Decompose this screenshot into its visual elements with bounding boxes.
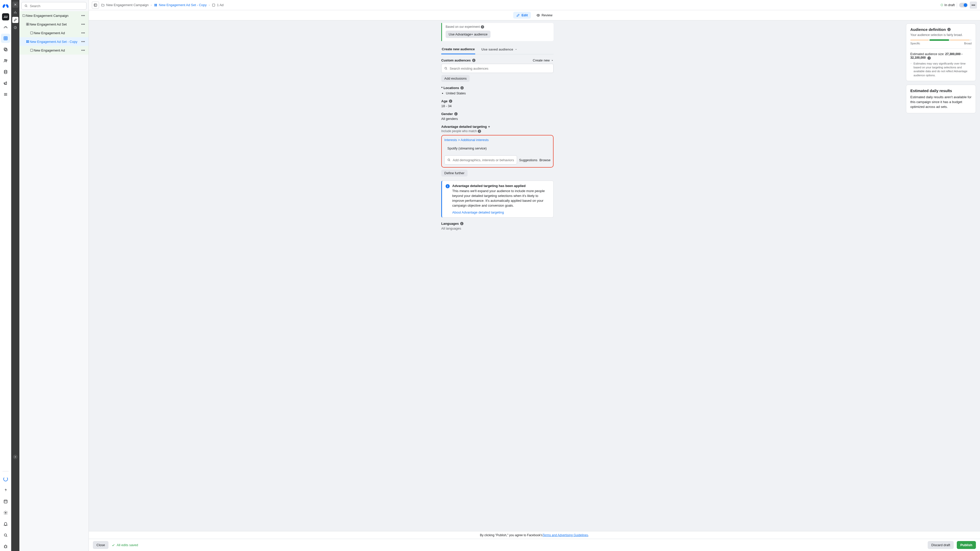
chart-icon[interactable] — [12, 9, 18, 15]
info-icon[interactable]: i — [454, 112, 458, 116]
svg-rect-13 — [28, 23, 29, 24]
toggle-sidebar-button[interactable] — [92, 2, 99, 9]
tree-row-label: New Engagement Ad Set - Copy — [30, 40, 80, 44]
locations-label: * Locationsi — [441, 86, 554, 90]
close-editor-button[interactable] — [12, 2, 18, 8]
breadcrumb-adset[interactable]: New Engagement Ad Set - Copy — [154, 3, 207, 7]
adset-icon — [25, 40, 30, 43]
tab-edit[interactable]: Edit — [513, 12, 531, 19]
svg-rect-15 — [28, 24, 29, 25]
nav-rail: JJJ — [0, 0, 11, 551]
edr-title: Estimated daily results — [910, 89, 972, 93]
audience-sub: Your audience selection is fairly broad. — [910, 33, 972, 37]
about-advantage-link[interactable]: About Advantage detailed targeting — [452, 210, 504, 214]
account-avatar[interactable]: JJJ — [2, 13, 9, 21]
billing-icon[interactable] — [1, 67, 10, 76]
subtab-create-audience[interactable]: Create new audience — [441, 44, 475, 54]
info-icon[interactable]: i — [449, 100, 452, 103]
info-title: Advantage detailed targeting has been ap… — [452, 184, 550, 188]
add-exclusions-button[interactable]: Add exclusions — [441, 75, 469, 82]
grid-icon[interactable] — [1, 34, 10, 43]
audiences-icon[interactable] — [1, 56, 10, 65]
info-icon: i — [445, 184, 450, 188]
notifications-icon[interactable] — [1, 519, 10, 529]
menu-icon[interactable] — [1, 90, 10, 99]
targeting-search-input[interactable] — [444, 156, 517, 165]
copy-icon[interactable] — [1, 45, 10, 54]
row-menu-button[interactable]: ••• — [80, 48, 86, 53]
info-icon[interactable]: i — [472, 59, 476, 62]
custom-audience-search[interactable] — [441, 64, 554, 73]
more-actions-button[interactable]: ••• — [970, 2, 977, 9]
chevron-right-icon: › — [209, 3, 210, 7]
use-advantage-button[interactable]: Use Advantage+ audience — [445, 30, 490, 38]
row-menu-button[interactable]: ••• — [80, 13, 86, 18]
interest-chip[interactable]: Spotify (streaming service) — [444, 144, 550, 153]
info-icon[interactable]: i — [478, 130, 481, 133]
browse-button[interactable]: Browse — [539, 158, 550, 162]
tab-review[interactable]: Review — [533, 12, 555, 19]
info-icon[interactable]: i — [460, 222, 463, 225]
tree-adset-row[interactable]: New Engagement Ad Set ••• — [19, 20, 89, 29]
svg-rect-0 — [4, 37, 7, 40]
gender-label: Genderi — [441, 112, 554, 116]
create-new-audience-button[interactable]: Create new — [533, 59, 554, 62]
templates-icon[interactable] — [1, 497, 10, 506]
row-menu-button[interactable]: ••• — [80, 30, 86, 35]
settings-icon[interactable] — [1, 508, 10, 517]
svg-rect-18 — [28, 40, 29, 41]
check-icon — [111, 543, 115, 547]
svg-rect-14 — [26, 24, 27, 25]
clock-icon[interactable] — [12, 24, 18, 30]
row-menu-button[interactable]: ••• — [80, 39, 86, 44]
info-icon[interactable]: i — [928, 56, 931, 60]
tree-row-label: New Engagement Ad — [34, 31, 80, 35]
svg-point-11 — [25, 5, 27, 6]
tree-ad-row[interactable]: New Engagement Ad ••• — [19, 46, 89, 55]
define-further-button[interactable]: Define further — [441, 170, 468, 176]
mode-tabs: Edit Review — [89, 10, 980, 21]
megaphone-icon[interactable] — [1, 79, 10, 88]
targeting-highlight-box: Interests > Additional interests Spotify… — [441, 135, 554, 168]
help-icon[interactable] — [1, 486, 10, 495]
search-rail-icon[interactable] — [1, 530, 10, 540]
svg-rect-26 — [156, 5, 157, 6]
breadcrumb-ad[interactable]: 1 Ad — [212, 3, 224, 7]
languages-label: Languagesi — [441, 222, 554, 225]
tree-adset-row-selected[interactable]: New Engagement Ad Set - Copy ••• — [19, 37, 89, 46]
tree-search-input[interactable] — [21, 2, 86, 10]
pencil-icon[interactable] — [12, 17, 18, 23]
draft-toggle[interactable] — [959, 3, 968, 7]
svg-rect-27 — [212, 4, 215, 6]
terms-link[interactable]: Terms and Advertising Guidelines — [542, 534, 588, 537]
publish-button[interactable]: Publish — [957, 541, 976, 549]
adset-icon — [25, 22, 30, 26]
info-icon[interactable]: i — [481, 25, 484, 29]
svg-point-9 — [5, 545, 6, 548]
gauge-icon[interactable] — [1, 22, 10, 32]
svg-rect-25 — [154, 5, 156, 6]
row-menu-button[interactable]: ••• — [80, 22, 86, 27]
tree-ad-row[interactable]: New Engagement Ad ••• — [19, 29, 89, 37]
close-button[interactable]: Close — [93, 541, 108, 549]
svg-point-4 — [6, 60, 7, 61]
interest-breadcrumb[interactable]: Interests > Additional interests — [444, 138, 550, 142]
tree-campaign-row[interactable]: New Engagement Campaign ••• — [19, 11, 89, 20]
audience-meter — [910, 39, 972, 41]
meta-logo[interactable] — [1, 2, 10, 11]
svg-point-28 — [538, 15, 539, 16]
expand-strip-button[interactable] — [13, 454, 18, 459]
discard-draft-button[interactable]: Discard draft — [928, 541, 954, 549]
structure-tree-panel: New Engagement Campaign ••• New Engageme… — [19, 0, 89, 551]
info-icon[interactable]: i — [460, 86, 464, 89]
estimated-size: Estimated audience size: 27,300,000 - 32… — [910, 52, 972, 60]
detailed-targeting-label: Advantage detailed targeting+ — [441, 125, 554, 129]
svg-rect-23 — [154, 4, 156, 5]
svg-rect-1 — [5, 49, 7, 51]
subtab-saved-audience[interactable]: Use saved audience — [481, 44, 517, 54]
bug-icon[interactable] — [1, 542, 10, 551]
svg-point-29 — [445, 67, 447, 69]
info-icon[interactable]: i — [947, 28, 951, 31]
suggestions-button[interactable]: Suggestions — [519, 158, 538, 162]
breadcrumb-campaign[interactable]: New Engagement Campaign — [101, 3, 148, 7]
